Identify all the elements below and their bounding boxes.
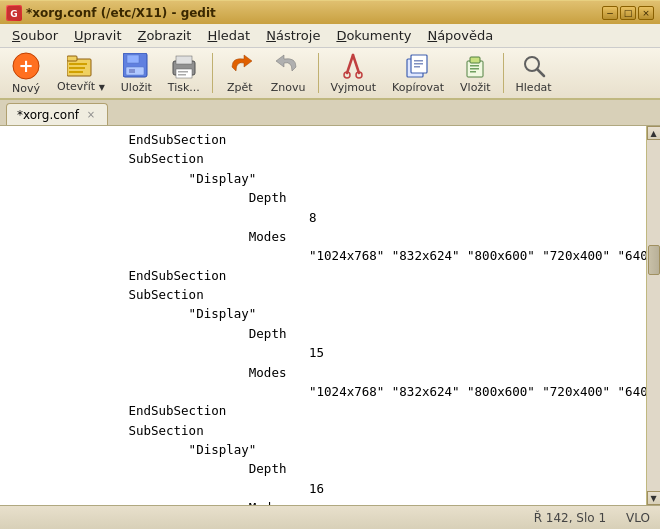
toolbar: + Nový Otevřít ▼ Uložit (0, 48, 660, 100)
scroll-track[interactable] (647, 140, 661, 491)
svg-rect-16 (178, 71, 188, 73)
svg-rect-17 (178, 74, 186, 76)
input-mode: VLO (626, 511, 650, 525)
svg-rect-14 (176, 56, 192, 64)
menu-hledat[interactable]: Hledat (199, 26, 258, 45)
print-icon (170, 53, 198, 79)
undo-button[interactable]: Zpět (218, 50, 262, 96)
editor-line: "1024x768" "832x624" "800x600" "720x400"… (8, 246, 638, 265)
paste-button[interactable]: Vložit (453, 50, 497, 96)
save-icon (122, 53, 150, 79)
find-label: Hledat (516, 81, 552, 94)
print-label: Tisk... (168, 81, 200, 94)
editor-line: EndSubSection (8, 401, 638, 420)
svg-rect-15 (176, 69, 192, 78)
undo-icon (226, 53, 254, 79)
titlebar-left: G *xorg.conf (/etc/X11) - gedit (6, 5, 216, 21)
editor-line: SubSection (8, 421, 638, 440)
svg-rect-24 (414, 60, 423, 62)
svg-line-33 (537, 69, 544, 76)
svg-line-18 (347, 55, 353, 73)
cursor-position: Ř 142, Slo 1 (534, 511, 606, 525)
editor-line: "Display" (8, 440, 638, 459)
redo-label: Znovu (271, 81, 306, 94)
menu-dokumenty[interactable]: Dokumenty (328, 26, 419, 45)
tab-close-button[interactable]: × (85, 109, 97, 121)
close-button[interactable]: × (638, 6, 654, 20)
separator-3 (503, 53, 504, 93)
find-icon (520, 53, 548, 79)
find-button[interactable]: Hledat (509, 50, 559, 96)
scrollbar[interactable]: ▲ ▼ (646, 126, 660, 505)
menubar: Soubor Upravit Zobrazit Hledat Nástroje … (0, 24, 660, 48)
menu-napoveda[interactable]: Nápověda (419, 26, 501, 45)
svg-rect-26 (414, 66, 420, 68)
titlebar: G *xorg.conf (/etc/X11) - gedit − □ × (0, 0, 660, 24)
scroll-down-button[interactable]: ▼ (647, 491, 661, 505)
svg-text:+: + (18, 55, 33, 76)
menu-soubor[interactable]: Soubor (4, 26, 66, 45)
svg-rect-31 (470, 71, 476, 73)
print-button[interactable]: Tisk... (161, 50, 207, 96)
svg-rect-28 (470, 57, 480, 63)
svg-rect-25 (414, 63, 423, 65)
editor-line: Modes (8, 227, 638, 246)
paste-label: Vložit (460, 81, 490, 94)
tabbar: *xorg.conf × (0, 100, 660, 126)
copy-button[interactable]: Kopírovat (385, 50, 451, 96)
editor-line: SubSection (8, 149, 638, 168)
statusbar: Ř 142, Slo 1 VLO (0, 505, 660, 529)
copy-label: Kopírovat (392, 81, 444, 94)
editor-line: 8 (8, 208, 638, 227)
editor-line: Modes (8, 498, 638, 505)
menu-zobrazit[interactable]: Zobrazit (130, 26, 200, 45)
svg-rect-6 (69, 63, 87, 65)
content-wrapper: EndSubSection SubSection "Display" Depth… (0, 126, 660, 505)
separator-2 (318, 53, 319, 93)
svg-rect-12 (129, 69, 135, 73)
window-controls: − □ × (602, 6, 654, 20)
editor-line: SubSection (8, 285, 638, 304)
cut-icon (339, 53, 367, 79)
file-tab[interactable]: *xorg.conf × (6, 103, 108, 125)
svg-rect-30 (470, 68, 479, 70)
maximize-button[interactable]: □ (620, 6, 636, 20)
open-label: Otevřít ▼ (57, 80, 105, 93)
editor-line: "1024x768" "832x624" "800x600" "720x400"… (8, 382, 638, 401)
menu-upravit[interactable]: Upravit (66, 26, 129, 45)
window-title: *xorg.conf (/etc/X11) - gedit (26, 6, 216, 20)
menu-nastroje[interactable]: Nástroje (258, 26, 328, 45)
scroll-up-button[interactable]: ▲ (647, 126, 661, 140)
cut-button[interactable]: Vyjmout (324, 50, 384, 96)
editor-line: Modes (8, 363, 638, 382)
editor-line: "Display" (8, 169, 638, 188)
svg-rect-8 (69, 71, 83, 73)
editor-line: Depth (8, 188, 638, 207)
copy-icon (404, 53, 432, 79)
new-button[interactable]: + Nový (4, 50, 48, 96)
editor-line: EndSubSection (8, 130, 638, 149)
undo-label: Zpět (227, 81, 253, 94)
new-label: Nový (12, 82, 40, 95)
redo-icon (274, 53, 302, 79)
paste-icon (461, 53, 489, 79)
minimize-button[interactable]: − (602, 6, 618, 20)
scroll-thumb[interactable] (648, 245, 660, 275)
open-button[interactable]: Otevřít ▼ (50, 50, 112, 96)
editor-line: "Display" (8, 304, 638, 323)
save-label: Uložit (121, 81, 152, 94)
new-icon: + (12, 52, 40, 80)
editor-line: Depth (8, 324, 638, 343)
svg-rect-5 (67, 56, 77, 61)
redo-button[interactable]: Znovu (264, 50, 313, 96)
editor-line: 15 (8, 343, 638, 362)
save-button[interactable]: Uložit (114, 50, 159, 96)
svg-text:G: G (10, 9, 17, 19)
cut-label: Vyjmout (331, 81, 377, 94)
svg-rect-29 (470, 65, 479, 67)
open-icon (67, 54, 95, 78)
editor[interactable]: EndSubSection SubSection "Display" Depth… (0, 126, 646, 505)
editor-line: Depth (8, 459, 638, 478)
editor-line: EndSubSection (8, 266, 638, 285)
svg-line-19 (353, 55, 359, 73)
